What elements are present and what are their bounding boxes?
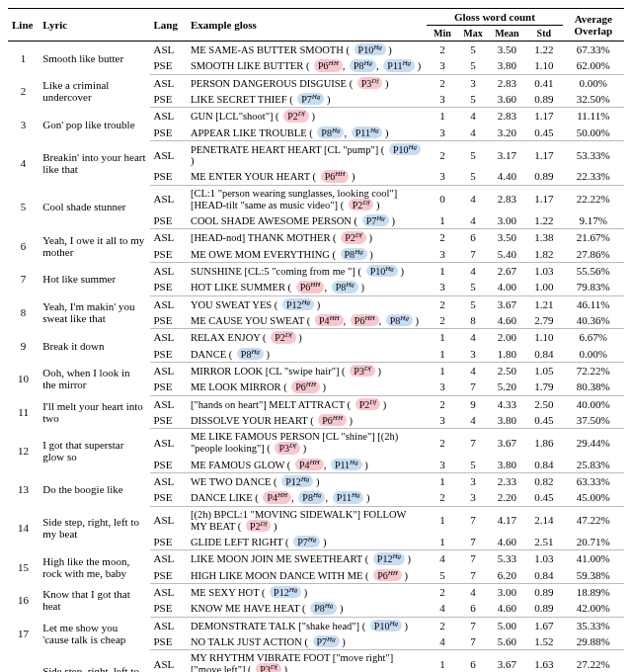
std-cell: 1.17	[525, 185, 562, 212]
mean-cell: 5.00	[489, 617, 525, 633]
lang-cell: ASL	[150, 583, 187, 600]
gloss-cell: ME LOOK MIRROR ( P6HH )	[187, 378, 427, 395]
lang-cell: PSE	[150, 378, 187, 395]
ovl-cell: 53.33%	[563, 140, 624, 168]
gloss-cell: GLIDE LEFT RIGHT ( P7Hg )	[187, 534, 427, 550]
min-cell: 1	[427, 650, 457, 672]
col-std: Std	[525, 26, 562, 42]
participant-tag: P12Hg	[270, 586, 301, 598]
gloss-cell: LIKE SECRET THIEF ( P7Hg )	[187, 91, 427, 108]
line-number: 1	[8, 42, 39, 75]
max-cell: 7	[458, 567, 489, 584]
min-cell: 3	[427, 57, 457, 74]
table-row: 8Yeah, I'm makin' you sweat like thatASL…	[8, 295, 624, 312]
std-cell: 0.89	[525, 91, 562, 108]
lyric-cell: Know that I got that heat	[39, 583, 149, 617]
lyric-cell: Ooh, when I look in the mirror	[39, 362, 149, 395]
mean-cell: 3.80	[489, 412, 525, 429]
max-cell: 4	[458, 108, 489, 125]
ovl-cell: 22.22%	[563, 185, 624, 212]
line-number: 9	[8, 329, 39, 363]
mean-cell: 2.83	[489, 185, 525, 212]
line-number: 13	[8, 472, 39, 506]
table-row: 6Yeah, I owe it all to my motherASL[HEAD…	[8, 229, 624, 246]
max-cell: 3	[458, 489, 489, 506]
participant-tag: P6HH	[296, 281, 325, 293]
mean-cell: 2.83	[489, 108, 525, 125]
min-cell: 1	[427, 346, 457, 363]
participant-tag: P7Hg	[313, 635, 340, 647]
participant-tag: P12Hg	[282, 298, 314, 310]
ovl-cell: 0.00%	[563, 346, 624, 363]
std-cell: 0.84	[525, 457, 562, 473]
ovl-cell: 45.00%	[563, 489, 624, 506]
lang-cell: ASL	[150, 262, 187, 279]
min-cell: 2	[427, 489, 457, 506]
table-row: 5Cool shade stunnerASL[CL:1 "person wear…	[8, 185, 624, 212]
std-cell: 1.17	[525, 140, 562, 168]
lyric-cell: Breakin' into your heart like that	[39, 140, 149, 185]
gloss-cell: NO TALK JUST ACTION ( P7Hg )	[187, 633, 427, 650]
min-cell: 3	[427, 457, 457, 473]
min-cell: 1	[427, 108, 457, 125]
gloss-cell: ME LIKE FAMOUS PERSON [CL "shine"] [(2h)…	[187, 429, 427, 457]
lang-cell: PSE	[150, 567, 187, 584]
participant-tag: P11Hg	[331, 459, 362, 470]
max-cell: 8	[458, 312, 489, 329]
max-cell: 7	[458, 617, 489, 633]
min-cell: 3	[427, 378, 457, 395]
participant-tag: P12Hg	[373, 552, 405, 564]
lang-cell: ASL	[150, 550, 187, 567]
participant-tag: P10Hg	[370, 620, 402, 631]
mean-cell: 2.33	[489, 472, 525, 489]
participant-tag: P6HH	[318, 414, 347, 426]
gloss-cell: ME CAUSE YOU SWEAT ( P4HH, P6HH, P8Hg )	[187, 312, 427, 329]
participant-tag: P11Hg	[333, 491, 364, 503]
lang-cell: PSE	[150, 534, 187, 550]
min-cell: 1	[427, 329, 457, 346]
min-cell: 2	[427, 295, 457, 312]
ovl-cell: 72.22%	[563, 362, 624, 378]
participant-tag: P4HH	[315, 314, 344, 326]
mean-cell: 2.67	[489, 262, 525, 279]
min-cell: 3	[427, 412, 457, 429]
gloss-cell: [HEAD-nod] THANK MOTHER ( P2Df )	[187, 229, 427, 246]
max-cell: 3	[458, 74, 489, 91]
ovl-cell: 40.36%	[563, 312, 624, 329]
mean-cell: 3.20	[489, 125, 525, 141]
ovl-cell: 32.50%	[563, 91, 624, 108]
participant-tag: P3Df	[256, 663, 281, 672]
line-number: 8	[8, 295, 39, 329]
ovl-cell: 67.33%	[563, 42, 624, 58]
mean-cell: 4.60	[489, 312, 525, 329]
std-cell: 1.03	[525, 550, 562, 567]
line-number: 5	[8, 185, 39, 229]
std-cell: 0.45	[525, 489, 562, 506]
gloss-cell: DANCE LIKE ( P4HH, P8Hg, P11Hg )	[187, 489, 427, 506]
mean-cell: 2.00	[489, 329, 525, 346]
participant-tag: P7Hg	[293, 536, 320, 547]
lang-cell: PSE	[150, 346, 187, 363]
col-gloss: Example gloss	[187, 9, 427, 42]
ovl-cell: 29.88%	[563, 633, 624, 650]
lang-cell: ASL	[150, 429, 187, 457]
participant-tag: P6HH	[291, 380, 320, 392]
max-cell: 4	[458, 212, 489, 229]
participant-tag: P10Hg	[355, 43, 386, 55]
mean-cell: 3.00	[489, 212, 525, 229]
ovl-cell: 55.56%	[563, 262, 624, 279]
participant-tag: P4HH	[263, 491, 291, 503]
participant-tag: P8Hg	[350, 59, 376, 71]
lang-cell: ASL	[150, 295, 187, 312]
max-cell: 3	[458, 472, 489, 489]
participant-tag: P6HH	[373, 569, 402, 581]
std-cell: 1.67	[525, 617, 562, 633]
mean-cell: 2.20	[489, 489, 525, 506]
min-cell: 2	[427, 583, 457, 600]
std-cell: 1.03	[525, 262, 562, 279]
participant-tag: P2Df	[341, 231, 366, 243]
gloss-cell: WE TWO DANCE ( P12Hg )	[187, 472, 427, 489]
lang-cell: PSE	[150, 457, 187, 473]
col-mean: Mean	[489, 26, 525, 42]
table-row: 4Breakin' into your heart like thatASLPE…	[8, 140, 624, 168]
